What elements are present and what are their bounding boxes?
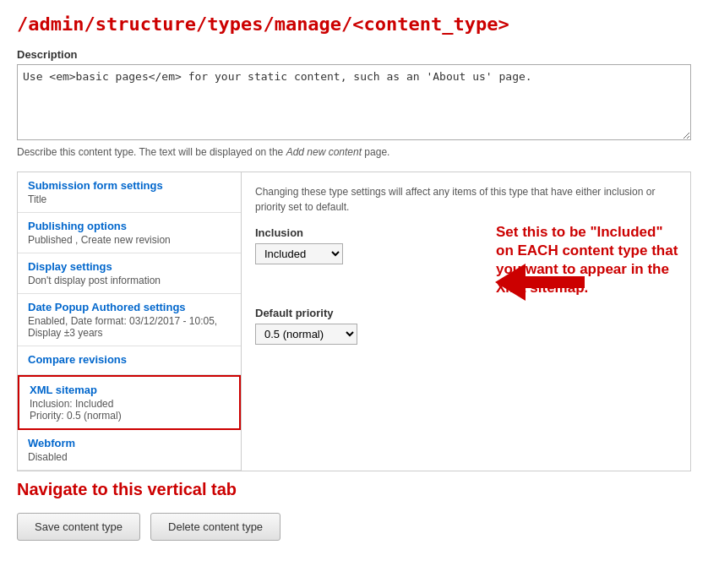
sidebar-item-xml-sitemap[interactable]: XML sitemap Inclusion: Included Priority…: [18, 375, 241, 430]
inclusion-select-wrapper: Included Excluded Default: [255, 243, 343, 264]
annotation-text: Set this to be "Included" on EACH conten…: [496, 223, 682, 297]
priority-select[interactable]: 0.5 (normal) 0.0 0.1 0.2 0.3 0.4 0.6 0.7…: [255, 324, 357, 345]
main-panel: Submission form settings Title Publishin…: [17, 172, 691, 471]
content-description: Changing these type settings will affect…: [255, 184, 677, 215]
priority-label: Default priority: [255, 307, 677, 319]
delete-content-type-button[interactable]: Delete content type: [150, 513, 280, 541]
sidebar-item-compare-revisions[interactable]: Compare revisions: [18, 346, 241, 375]
content-area: Changing these type settings will affect…: [242, 172, 690, 471]
description-hint: Describe this content type. The text wil…: [17, 146, 691, 158]
sidebar-item-webform[interactable]: Webform Disabled: [18, 430, 241, 471]
page-url: /admin/structure/types/manage/<content_t…: [17, 14, 691, 35]
sidebar-item-publishing-options[interactable]: Publishing options Published , Create ne…: [18, 213, 241, 253]
description-textarea[interactable]: Use <em>basic pages</em> for your static…: [17, 64, 691, 140]
description-label: Description: [17, 48, 691, 61]
navigate-label: Navigate to this vertical tab: [17, 480, 691, 499]
priority-field-group: Default priority 0.5 (normal) 0.0 0.1 0.…: [255, 307, 677, 345]
sidebar-item-display-settings[interactable]: Display settings Don't display post info…: [18, 253, 241, 294]
inclusion-select[interactable]: Included Excluded Default: [255, 243, 343, 264]
priority-select-wrapper: 0.5 (normal) 0.0 0.1 0.2 0.3 0.4 0.6 0.7…: [255, 324, 357, 345]
sidebar-item-submission-form[interactable]: Submission form settings Title: [18, 172, 241, 213]
save-content-type-button[interactable]: Save content type: [17, 513, 140, 541]
sidebar: Submission form settings Title Publishin…: [18, 172, 242, 471]
bottom-buttons: Save content type Delete content type: [17, 513, 691, 541]
sidebar-item-date-popup[interactable]: Date Popup Authored settings Enabled, Da…: [18, 294, 241, 346]
